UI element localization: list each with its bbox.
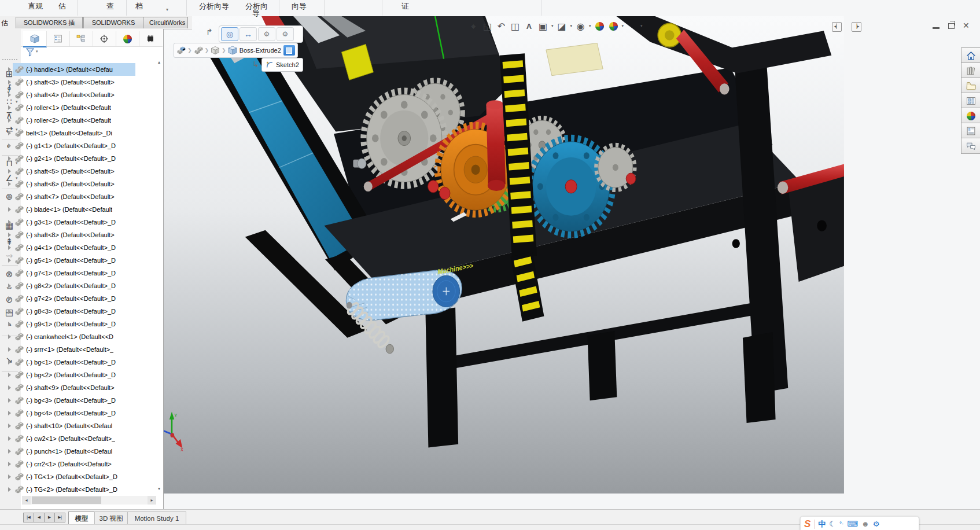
dropdown-caret[interactable]: ▾: [570, 24, 573, 28]
tree-item[interactable]: (-) bg<1> (Default<<Default>_D: [1, 356, 135, 369]
tab-scroll-first[interactable]: |◀: [23, 513, 34, 522]
minimize-button[interactable]: [933, 27, 940, 29]
tab-circuitworks-manager[interactable]: [139, 31, 162, 46]
red-post[interactable]: [486, 102, 505, 186]
view-orientation-icon[interactable]: ▣: [537, 20, 549, 32]
dropdown-caret[interactable]: ▾: [551, 24, 554, 28]
tab-dimxpert-manager[interactable]: [93, 31, 116, 46]
tree-item[interactable]: (-) shaft<3> (Default<<Default>: [1, 76, 135, 89]
tab-featuremanager-tree[interactable]: [23, 31, 47, 47]
solidworks-forum-button[interactable]: [961, 138, 980, 154]
ribbon-button-label[interactable]: 向导: [292, 1, 307, 12]
tree-item[interactable]: (-) crr2<1> (Default<<Default>: [1, 458, 135, 470]
file-explorer-button[interactable]: [961, 78, 980, 94]
filter-funnel-icon[interactable]: [25, 47, 35, 57]
tree-item[interactable]: (-) g1<1> (Default<<Default>_D: [1, 139, 135, 152]
concentric-mate-button[interactable]: ◎: [221, 27, 238, 41]
tree-item[interactable]: (-) g4<1> (Default<<Default>_D: [1, 241, 135, 254]
ribbon-button-label[interactable]: 直观: [28, 1, 43, 12]
ribbon-button-label[interactable]: 导: [252, 8, 260, 19]
machine-leg[interactable]: [425, 307, 458, 447]
ribbon-button-label[interactable]: 证: [401, 1, 409, 12]
custom-properties-button[interactable]: [961, 123, 980, 139]
breadcrumb-feature-label[interactable]: Boss-Extrude2: [240, 47, 281, 54]
tree-item[interactable]: (-) shaft<9> (Default<<Default>: [1, 381, 135, 394]
ime-user-icon[interactable]: ☻: [861, 517, 870, 530]
gear-mate-button[interactable]: ⚙: [258, 27, 275, 41]
edit-appearance-icon[interactable]: [595, 22, 604, 31]
viewport-3d-model[interactable]: Machine>>> Y Z X: [163, 16, 980, 509]
assembly-icon[interactable]: [176, 46, 186, 55]
tree-item[interactable]: (-) cw2<1> (Default<<Default>_: [1, 432, 135, 445]
dropdown-caret[interactable]: ▾: [640, 24, 643, 28]
appearances-scenes-button[interactable]: [961, 108, 980, 124]
sketch-chip[interactable]: Sketch2: [261, 58, 303, 72]
tab-scroll-next[interactable]: ▶: [44, 513, 55, 522]
zoom-to-fit-icon[interactable]: ⌖: [467, 20, 480, 32]
tree-item[interactable]: (-) g8<2> (Default<<Default>_D: [1, 279, 135, 292]
tree-item[interactable]: (-) shaft<4> (Default<<Default>: [1, 89, 135, 101]
tree-scroll-down[interactable]: ▾: [156, 486, 162, 491]
section-view-icon[interactable]: ◫: [509, 20, 521, 32]
tab-circuitworks[interactable]: CircuitWorks: [143, 17, 188, 28]
dropdown-caret[interactable]: ▾: [622, 24, 624, 28]
tree-item[interactable]: (-) shaft<5> (Default<<Default>: [1, 165, 135, 178]
tree-scroll-up[interactable]: ▴: [156, 60, 162, 65]
tab-solidworks-addins[interactable]: SOLIDWORKS 插件: [16, 17, 83, 28]
tree-item[interactable]: (-) crankwheel<1> (Default<<D: [1, 330, 135, 343]
toolbar-drag-handle[interactable]: [2, 59, 17, 60]
solidworks-resources-button[interactable]: [961, 47, 980, 64]
tab-model[interactable]: 模型: [68, 511, 95, 525]
tab-scroll-last[interactable]: ▶|: [54, 513, 65, 522]
ime-fullhalf-moon-icon[interactable]: ☾: [829, 517, 836, 530]
tree-item[interactable]: (-) blade<1> (Default<<Default: [1, 203, 135, 216]
width-mate-button[interactable]: ↔: [240, 27, 257, 41]
tree-item[interactable]: (-) bg<4> (Default<<Default>_D: [1, 407, 135, 419]
tab-solidworks-mbd[interactable]: SOLIDWORKS MBD: [83, 17, 143, 28]
tree-item[interactable]: (-) bg<2> (Default<<Default>_D: [1, 369, 135, 381]
tree-item[interactable]: (-) g5<1> (Default<<Default>_D: [1, 254, 135, 267]
tree-item-handle[interactable]: (-) handle<1> (Default<<Defau: [1, 63, 135, 76]
scrollbar-thumb[interactable]: [32, 496, 101, 504]
breadcrumb-selected-segment[interactable]: [283, 45, 295, 56]
ribbon-button-label[interactable]: 查: [106, 1, 114, 12]
ribbon-button-label[interactable]: 分析向导: [199, 1, 229, 12]
tree-item[interactable]: (-) srrr<1> (Default<<Default>_: [1, 343, 135, 356]
tree-item[interactable]: (-) g3<1> (Default<<Default>_D: [1, 216, 135, 229]
gear-mate-button-2[interactable]: ⚙: [277, 27, 294, 41]
ribbon-button-label[interactable]: 估: [58, 1, 66, 12]
hide-show-items-icon[interactable]: ◉: [574, 20, 587, 32]
ime-language-toggle[interactable]: 中: [818, 517, 826, 530]
scroll-left-arrow[interactable]: ◂: [22, 496, 31, 505]
jump-arrow-icon[interactable]: ↱: [206, 27, 213, 36]
tree-item[interactable]: (-) shaft<8> (Default<<Default>: [1, 229, 135, 241]
tab-configuration-manager[interactable]: [69, 31, 93, 46]
tree-item[interactable]: (-) TG<1> (Default<<Default>_D: [1, 470, 135, 483]
scroll-right-arrow[interactable]: ▸: [148, 496, 156, 505]
tree-item[interactable]: (-) g7<2> (Default<<Default>_D: [1, 292, 135, 305]
tab-3d-views[interactable]: 3D 视图: [94, 511, 128, 525]
ime-punctuation-toggle[interactable]: °·: [839, 517, 843, 530]
tree-item[interactable]: (-) roller<1> (Default<<Default: [1, 101, 135, 114]
boss-extrude-icon[interactable]: [228, 46, 237, 55]
tree-item[interactable]: (-) g9<1> (Default<<Default>_D: [1, 318, 135, 330]
close-button[interactable]: ✕: [963, 21, 970, 30]
solid-body-icon[interactable]: [211, 46, 220, 55]
tab-motion-study-1[interactable]: Motion Study 1: [127, 511, 186, 525]
tree-item[interactable]: (-) roller<2> (Default<<Default: [1, 114, 135, 127]
collapse-pane-right-button[interactable]: ▕▸: [852, 22, 861, 32]
restore-button[interactable]: [948, 23, 955, 29]
tree-item[interactable]: (-) g2<1> (Default<<Default>_D: [1, 152, 135, 165]
tree-item[interactable]: (-) shaft<6> (Default<<Default>: [1, 178, 135, 190]
ribbon-button-label[interactable]: 档: [135, 1, 143, 12]
tab-scroll-prev[interactable]: ◀: [34, 513, 45, 522]
annotation-visibility-icon[interactable]: A: [523, 20, 535, 32]
collapse-pane-left-button[interactable]: ◂▏: [832, 22, 842, 32]
tree-horizontal-scrollbar[interactable]: ◂ ▸: [22, 496, 156, 505]
tree-item[interactable]: (-) punch<1> (Default<<Defaul: [1, 445, 135, 458]
tree-item[interactable]: (-) g8<3> (Default<<Default>_D: [1, 305, 135, 318]
apply-scene-icon[interactable]: [609, 22, 618, 31]
component-icon[interactable]: [194, 46, 203, 55]
view-settings-icon[interactable]: [626, 20, 638, 32]
tree-item[interactable]: (-) TG<2> (Default<<Default>_D: [1, 483, 135, 496]
